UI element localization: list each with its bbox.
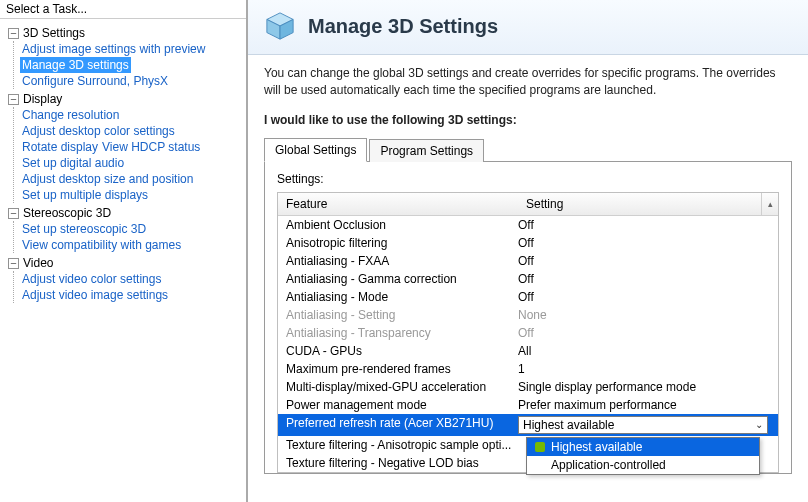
sidebar-item-adjust-video-image-settings[interactable]: Adjust video image settings	[20, 287, 170, 303]
nvidia-icon	[535, 442, 545, 452]
feature-cell: Preferred refresh rate (Acer XB271HU)	[286, 416, 518, 434]
setting-row[interactable]: Antialiasing - SettingNone	[278, 306, 778, 324]
sidebar-item-adjust-video-color-settings[interactable]: Adjust video color settings	[20, 271, 163, 287]
setting-row[interactable]: Antialiasing - Gamma correctionOff	[278, 270, 778, 288]
feature-cell: Texture filtering - Negative LOD bias	[286, 456, 518, 470]
task-sidebar: Select a Task... −3D SettingsAdjust imag…	[0, 0, 248, 502]
setting-dropdown[interactable]: Highest available⌄	[518, 416, 768, 434]
setting-row[interactable]: Ambient OcclusionOff	[278, 216, 778, 234]
main-panel: Manage 3D Settings You can change the gl…	[248, 0, 808, 502]
sidebar-header: Select a Task...	[0, 0, 246, 19]
setting-cell[interactable]: Off	[518, 326, 770, 340]
setting-row[interactable]: CUDA - GPUsAll	[278, 342, 778, 360]
tab-program-settings[interactable]: Program Settings	[369, 139, 484, 162]
sidebar-item-rotate-display[interactable]: Rotate display	[20, 139, 100, 155]
dropdown-option-label: Application-controlled	[551, 458, 666, 472]
column-header-setting[interactable]: Setting	[518, 193, 761, 215]
tree-group-label: 3D Settings	[23, 26, 85, 40]
dropdown-value: Highest available	[523, 418, 614, 432]
setting-cell[interactable]: Off	[518, 218, 770, 232]
refresh-rate-dropdown-popup: Highest availableApplication-controlled	[526, 437, 760, 475]
sidebar-item-set-up-multiple-displays[interactable]: Set up multiple displays	[20, 187, 150, 203]
tree-group-3d-settings[interactable]: −3D Settings	[8, 25, 242, 41]
grid-body: Ambient OcclusionOffAnisotropic filterin…	[278, 216, 778, 472]
setting-cell[interactable]: None	[518, 308, 770, 322]
feature-cell: Maximum pre-rendered frames	[286, 362, 518, 376]
tree-group-label: Stereoscopic 3D	[23, 206, 111, 220]
sidebar-item-view-compatibility-with-games[interactable]: View compatibility with games	[20, 237, 183, 253]
sidebar-item-change-resolution[interactable]: Change resolution	[20, 107, 121, 123]
setting-cell[interactable]: All	[518, 344, 770, 358]
setting-row[interactable]: Antialiasing - ModeOff	[278, 288, 778, 306]
feature-cell: Antialiasing - Setting	[286, 308, 518, 322]
tab-global-settings[interactable]: Global Settings	[264, 138, 367, 162]
sidebar-item-manage-3d-settings[interactable]: Manage 3D settings	[20, 57, 131, 73]
settings-tabs: Global SettingsProgram Settings	[264, 137, 792, 161]
column-header-feature[interactable]: Feature	[278, 193, 518, 215]
setting-row[interactable]: Power management modePrefer maximum perf…	[278, 396, 778, 414]
sidebar-item-adjust-image-settings-with-preview[interactable]: Adjust image settings with preview	[20, 41, 207, 57]
setting-cell[interactable]: 1	[518, 362, 770, 376]
tree-group-display[interactable]: −Display	[8, 91, 242, 107]
setting-row[interactable]: Maximum pre-rendered frames1	[278, 360, 778, 378]
settings-grid: Feature Setting ▴ Ambient OcclusionOffAn…	[277, 192, 779, 473]
dropdown-option[interactable]: Highest available	[527, 438, 759, 456]
sidebar-item-set-up-stereoscopic-3d[interactable]: Set up stereoscopic 3D	[20, 221, 148, 237]
collapse-icon[interactable]: −	[8, 94, 19, 105]
task-tree: −3D SettingsAdjust image settings with p…	[0, 19, 246, 309]
manage-3d-settings-icon	[262, 8, 298, 44]
setting-cell[interactable]: Highest available⌄	[518, 416, 770, 434]
collapse-icon[interactable]: −	[8, 258, 19, 269]
page-title: Manage 3D Settings	[308, 15, 498, 38]
setting-row[interactable]: Antialiasing - FXAAOff	[278, 252, 778, 270]
collapse-icon[interactable]: −	[8, 28, 19, 39]
dropdown-option[interactable]: Application-controlled	[527, 456, 759, 474]
feature-cell: Antialiasing - Gamma correction	[286, 272, 518, 286]
tree-group-stereoscopic-3d[interactable]: −Stereoscopic 3D	[8, 205, 242, 221]
feature-cell: Ambient Occlusion	[286, 218, 518, 232]
setting-cell[interactable]: Off	[518, 272, 770, 286]
grid-header: Feature Setting ▴	[278, 193, 778, 216]
setting-row[interactable]: Antialiasing - TransparencyOff	[278, 324, 778, 342]
setting-row[interactable]: Multi-display/mixed-GPU accelerationSing…	[278, 378, 778, 396]
title-bar: Manage 3D Settings	[248, 0, 808, 55]
sidebar-item-set-up-digital-audio[interactable]: Set up digital audio	[20, 155, 126, 171]
feature-cell: Anisotropic filtering	[286, 236, 518, 250]
sidebar-item-view-hdcp-status[interactable]: View HDCP status	[100, 139, 202, 155]
feature-cell: CUDA - GPUs	[286, 344, 518, 358]
page-description: You can change the global 3D settings an…	[248, 55, 808, 113]
tree-group-label: Display	[23, 92, 62, 106]
sidebar-item-adjust-desktop-color-settings[interactable]: Adjust desktop color settings	[20, 123, 177, 139]
sidebar-item-adjust-desktop-size-and-position[interactable]: Adjust desktop size and position	[20, 171, 195, 187]
feature-cell: Antialiasing - FXAA	[286, 254, 518, 268]
section-label: I would like to use the following 3D set…	[248, 113, 808, 137]
setting-row[interactable]: Preferred refresh rate (Acer XB271HU)Hig…	[278, 414, 778, 436]
feature-cell: Antialiasing - Transparency	[286, 326, 518, 340]
setting-cell[interactable]: Off	[518, 254, 770, 268]
setting-cell[interactable]: Off	[518, 236, 770, 250]
dropdown-option-label: Highest available	[551, 440, 642, 454]
tab-panel-global-settings: Settings: Feature Setting ▴ Ambient Occl…	[264, 161, 792, 474]
setting-row[interactable]: Anisotropic filteringOff	[278, 234, 778, 252]
setting-cell[interactable]: Single display performance mode	[518, 380, 770, 394]
sidebar-item-configure-surround-physx[interactable]: Configure Surround, PhysX	[20, 73, 170, 89]
setting-cell[interactable]: Prefer maximum performance	[518, 398, 770, 412]
scroll-up-icon[interactable]: ▴	[761, 193, 778, 215]
feature-cell: Power management mode	[286, 398, 518, 412]
tree-group-video[interactable]: −Video	[8, 255, 242, 271]
tree-group-label: Video	[23, 256, 53, 270]
feature-cell: Antialiasing - Mode	[286, 290, 518, 304]
feature-cell: Texture filtering - Anisotropic sample o…	[286, 438, 518, 452]
setting-cell[interactable]: Off	[518, 290, 770, 304]
collapse-icon[interactable]: −	[8, 208, 19, 219]
settings-label: Settings:	[277, 172, 779, 186]
chevron-down-icon[interactable]: ⌄	[755, 419, 763, 430]
feature-cell: Multi-display/mixed-GPU acceleration	[286, 380, 518, 394]
